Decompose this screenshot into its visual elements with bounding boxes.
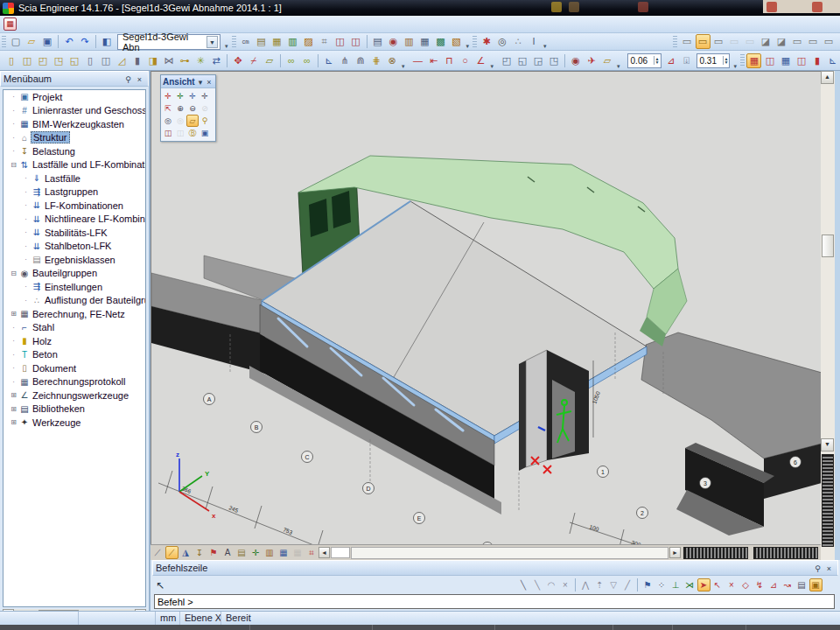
view-axo-icon[interactable]: ✛ — [199, 90, 211, 102]
chevron-down-icon[interactable]: ▾ — [196, 76, 205, 88]
render-mode-6-icon[interactable]: ◪ — [759, 34, 774, 49]
scale-display-icon[interactable]: ⍗ — [679, 53, 694, 68]
snap-tangent-icon[interactable]: ↯ — [753, 578, 766, 592]
open-folder-icon[interactable]: ▱ — [24, 34, 39, 49]
scale-loads-icon[interactable]: ⊿ — [663, 53, 678, 68]
tree-item-lf-kombinationen[interactable]: ·⇊LF-Kombinationen — [4, 199, 145, 213]
activity-folder-icon[interactable]: ▱ — [600, 53, 615, 68]
snap-midpoint-icon[interactable]: ◇ — [739, 578, 752, 592]
rib-icon[interactable]: ▯ — [83, 53, 98, 68]
shell-icon[interactable]: ◫ — [99, 53, 114, 68]
snap-printer-icon[interactable]: ▤ — [795, 578, 808, 592]
hscroll-track[interactable] — [351, 547, 668, 559]
undo-icon[interactable]: ↶ — [62, 34, 77, 49]
print-preview-icon[interactable]: ◉ — [386, 34, 401, 49]
fe-mesh-icon[interactable]: ⌗ — [317, 34, 332, 49]
expand-toggle-icon[interactable]: ⊟ — [9, 161, 18, 169]
new-document-icon[interactable]: ▢ — [9, 34, 24, 49]
paste-properties-icon[interactable]: ▨ — [301, 34, 316, 49]
labels-tab-icon[interactable]: A — [221, 546, 234, 559]
dimension-icon[interactable]: ⇤ — [426, 53, 441, 68]
scroll-right-icon[interactable]: ► — [669, 547, 681, 558]
tree-item-bauteilgruppen[interactable]: ⊟◉Bauteilgruppen — [4, 267, 145, 281]
scale-spinner-1[interactable]: 0.06 ▲▼ — [627, 53, 662, 68]
reinforcement-1-icon[interactable]: ▦ — [746, 53, 761, 68]
rotate-roller-horizontal-1[interactable] — [683, 547, 748, 559]
spinner-arrows[interactable]: ▲▼ — [723, 56, 730, 65]
polygon-edit-icon[interactable]: ▱ — [262, 53, 277, 68]
snap-diag-icon[interactable]: ╱ — [621, 578, 634, 592]
3d-viewport[interactable]: 366 245 753 1427 2575 100 300 400 1050 A… — [150, 71, 821, 544]
render-mode-7-icon[interactable]: ◪ — [774, 34, 789, 49]
status-plane[interactable]: Ebene XY — [180, 612, 221, 625]
overflow-chevron-icon[interactable]: ▾ — [402, 63, 405, 70]
spinner-arrows[interactable]: ▲▼ — [654, 56, 661, 65]
light-icon[interactable]: ⚲ — [199, 115, 211, 127]
tree-item-holz[interactable]: ·▮Holz — [4, 334, 145, 348]
layer-tab-2-icon[interactable]: ⟋ — [165, 546, 178, 559]
tree-item-einstellungen[interactable]: ·⇶Einstellungen — [4, 280, 145, 294]
close-icon[interactable]: × — [205, 76, 214, 88]
reinforcement-3-icon[interactable]: ▦ — [778, 53, 793, 68]
tree-item-belastung[interactable]: ·↧Belastung — [4, 144, 145, 158]
move-icon[interactable]: ✥ — [231, 53, 246, 68]
close-icon[interactable]: × — [134, 74, 145, 85]
toolbar-grip[interactable] — [673, 36, 677, 48]
copy-single-icon[interactable]: ∞ — [284, 53, 299, 68]
view-xz-icon[interactable]: ✛ — [186, 90, 199, 102]
snap-vertex-icon[interactable]: ⋀ — [579, 578, 592, 592]
rotate-roller-vertical[interactable] — [822, 454, 834, 547]
tree-item-struktur[interactable]: ·⌂Struktur — [4, 131, 145, 145]
wall-icon[interactable]: ◳ — [52, 53, 66, 68]
reinforcement-2-icon[interactable]: ◫ — [762, 53, 777, 68]
zoom-in-icon[interactable]: ⊕ — [174, 102, 186, 115]
load-panel-icon[interactable]: ◨ — [146, 53, 161, 68]
render-mode-8-icon[interactable]: ▭ — [790, 34, 805, 49]
calculation-setup-icon[interactable]: ▦ — [270, 34, 284, 49]
tree-item-dokument[interactable]: ·▯Dokument — [4, 361, 145, 375]
reinforcement-5-icon[interactable]: ▮ — [809, 53, 824, 68]
axes-tab-icon[interactable]: ✛ — [249, 546, 262, 559]
table-tab-icon[interactable]: ▦ — [277, 546, 290, 559]
layer-tab-1-icon[interactable]: ⟋ — [151, 546, 164, 559]
snap-up-icon[interactable]: ⇡ — [593, 578, 606, 592]
view-xy-icon[interactable]: ✛ — [162, 90, 174, 102]
expand-toggle-icon[interactable]: ⊞ — [9, 391, 18, 399]
close-icon[interactable]: × — [823, 563, 835, 574]
clip-box-icon[interactable]: ▣ — [199, 127, 211, 139]
snap-ortho-icon[interactable]: ⊥ — [669, 578, 682, 592]
stamp-tab-icon[interactable]: ▤ — [235, 546, 248, 559]
document-restore-icon[interactable]: ▦ — [4, 18, 17, 31]
scroll-left-icon[interactable]: ◄ — [318, 547, 330, 558]
close-window-icon[interactable]: ◧ — [100, 34, 115, 49]
zoom-window-icon[interactable]: ◎ — [162, 115, 174, 127]
gap-icon[interactable]: ⋒ — [354, 53, 368, 68]
snap-arc-center-icon[interactable]: ↝ — [781, 578, 794, 592]
tree-item-berechnungsprotokoll[interactable]: ·▦Berechnungsprotokoll — [4, 375, 145, 389]
snap-delete-icon[interactable]: × — [559, 578, 572, 592]
overflow-chevron-icon[interactable]: ▾ — [225, 43, 228, 50]
picture-gallery-icon[interactable]: ▩ — [433, 34, 448, 49]
overflow-chevron-icon[interactable]: ▾ — [617, 63, 620, 70]
reinforcement-4-icon[interactable]: ◫ — [794, 53, 808, 68]
render-mode-2-icon[interactable]: ▭ — [696, 34, 710, 49]
zoom-search-icon[interactable]: ◎ — [495, 34, 510, 49]
overflow-chevron-icon[interactable]: ▾ — [733, 63, 737, 70]
vscroll-thumb[interactable] — [822, 234, 834, 257]
arbitrary-beam-icon[interactable]: ▮ — [130, 53, 145, 68]
line-icon[interactable]: — — [410, 53, 425, 68]
select-3-icon[interactable]: ◲ — [531, 53, 546, 68]
gallery-1-icon[interactable]: ◫ — [332, 34, 347, 49]
walk-through-icon[interactable]: ⇱ — [162, 102, 174, 115]
toolbar-grip[interactable] — [232, 36, 236, 48]
angle-icon[interactable]: ∠ — [473, 53, 488, 68]
units-mm-cm-icon[interactable]: ㎝ — [238, 34, 253, 49]
snap-line-2-icon[interactable]: ╲ — [531, 578, 544, 592]
copy-multi-icon[interactable]: ∞ — [300, 53, 315, 68]
hinge-icon[interactable]: ⊶ — [178, 53, 192, 68]
snap-arc-icon[interactable]: ◠ — [545, 578, 558, 592]
render-mode-1-icon[interactable]: ▭ — [680, 34, 695, 49]
settings-b-icon[interactable]: Ⓑ — [186, 127, 199, 139]
snap-scissors-icon[interactable]: ⋊ — [683, 578, 696, 592]
tree-item-bibliotheken[interactable]: ⊞▤Bibliotheken — [4, 402, 145, 416]
